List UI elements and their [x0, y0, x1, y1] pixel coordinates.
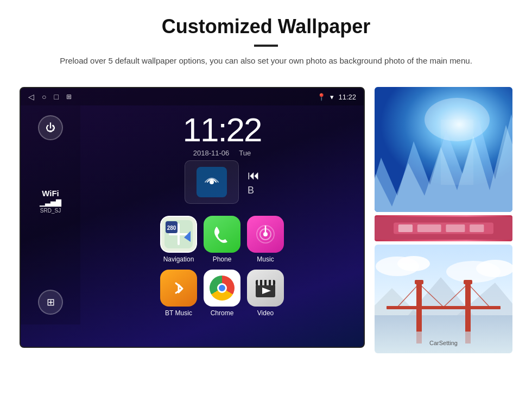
chrome-center	[217, 283, 227, 293]
navigation-icon: 280	[160, 216, 197, 253]
svg-rect-49	[416, 316, 422, 343]
wifi-label: WiFi	[40, 189, 61, 197]
svg-text:CarSetting: CarSetting	[429, 340, 458, 346]
app-music[interactable]: Music	[247, 216, 284, 263]
power-icon: ⏻	[46, 122, 55, 134]
wifi-ssid: SRD_SJ	[40, 208, 61, 214]
media-icons-row: ⏮ B	[179, 157, 265, 204]
music-icon	[255, 224, 276, 245]
svg-rect-39	[375, 315, 512, 353]
clock-date-value: 2018-11-06	[193, 149, 230, 157]
center-area: 11:22 2018-11-06 Tue	[80, 105, 364, 324]
wifi-icon: ▾	[330, 93, 334, 101]
sidebar: ⏻ WiFi ▁▃▅▇ SRD_SJ ⊞	[21, 105, 80, 324]
screenshot-icon[interactable]: ⊞	[66, 93, 72, 101]
page-header: Customized Wallpaper Preload over 5 defa…	[0, 0, 532, 77]
app-video[interactable]: Video	[247, 270, 284, 317]
svg-rect-15	[258, 280, 260, 285]
video-icon	[254, 278, 277, 298]
wallpaper-strip	[375, 215, 512, 241]
prev-icon[interactable]: ⏮	[248, 168, 259, 183]
clock-time: 11:22	[182, 113, 261, 147]
svg-rect-17	[267, 280, 269, 285]
svg-point-35	[476, 260, 512, 277]
clock-day-value: Tue	[239, 149, 251, 157]
media-icon-box	[197, 167, 227, 197]
android-screen: ◁ ○ □ ⊞ 📍 ▾ 11:22 ⏻ WiFi ▁▃▅▇	[20, 87, 365, 348]
svg-point-11	[263, 232, 268, 236]
chrome-label: Chrome	[211, 309, 234, 317]
status-bar: ◁ ○ □ ⊞ 📍 ▾ 11:22	[21, 88, 364, 105]
svg-rect-48	[464, 280, 472, 284]
svg-rect-28	[417, 224, 441, 232]
svg-text:280: 280	[167, 225, 176, 231]
wallpaper-ice-cave	[375, 87, 512, 212]
wallpaper-bridge: CarSetting	[375, 245, 512, 353]
recent-icon[interactable]: □	[54, 92, 58, 101]
svg-rect-24	[441, 120, 473, 185]
svg-rect-18	[271, 280, 273, 285]
wifi-bars-icon: ▁▃▅▇	[40, 198, 61, 207]
bluetooth-icon: B	[248, 185, 259, 196]
music-label: Music	[257, 255, 274, 263]
svg-rect-5	[178, 223, 180, 245]
page-title: Customized Wallpaper	[33, 15, 499, 38]
svg-rect-46	[387, 306, 501, 309]
location-icon: 📍	[317, 93, 326, 101]
title-divider	[254, 45, 278, 47]
phone-label: Phone	[213, 255, 232, 263]
video-label: Video	[257, 309, 274, 317]
status-left-icons: ◁ ○ □ ⊞	[28, 92, 72, 101]
app-phone[interactable]: Phone	[204, 216, 240, 263]
status-time: 11:22	[338, 93, 356, 101]
media-widget	[185, 160, 239, 204]
app-navigation[interactable]: 280 Navigation	[160, 216, 197, 263]
home-icon[interactable]: ○	[42, 92, 46, 101]
svg-rect-27	[398, 224, 413, 232]
svg-rect-47	[415, 280, 423, 284]
strip-svg	[375, 215, 512, 241]
navigation-label: Navigation	[163, 255, 194, 263]
main-content: ◁ ○ □ ⊞ 📍 ▾ 11:22 ⏻ WiFi ▁▃▅▇	[0, 77, 532, 363]
ice-cave-svg	[375, 87, 512, 212]
phone-icon	[212, 224, 232, 244]
clock-date: 2018-11-06 Tue	[193, 149, 251, 157]
chrome-wheel	[210, 276, 235, 301]
wifi-broadcast-icon	[203, 173, 220, 191]
app-chrome[interactable]: Chrome	[204, 270, 240, 317]
back-icon[interactable]: ◁	[28, 92, 34, 101]
grid-button[interactable]: ⊞	[38, 290, 63, 315]
svg-rect-29	[446, 224, 465, 232]
grid-icon: ⊞	[47, 296, 55, 308]
status-right-icons: 📍 ▾ 11:22	[317, 93, 356, 101]
svg-rect-16	[262, 280, 264, 285]
svg-rect-50	[465, 316, 471, 343]
app-bt-music[interactable]: BT Music	[160, 270, 197, 317]
page-description: Preload over 5 default wallpaper options…	[54, 54, 478, 67]
bt-music-label: BT Music	[165, 309, 192, 317]
apps-grid: 280 Navigation	[153, 208, 292, 324]
svg-point-33	[397, 256, 430, 271]
bridge-svg: CarSetting	[375, 245, 512, 353]
svg-rect-30	[470, 224, 484, 232]
wallpaper-previews: CarSetting	[375, 87, 512, 353]
power-button[interactable]: ⏻	[38, 115, 63, 140]
media-controls: ⏮ B	[248, 168, 259, 196]
screen-body: ⏻ WiFi ▁▃▅▇ SRD_SJ ⊞ 11:22 2018-11-06	[21, 105, 364, 324]
svg-point-0	[210, 180, 214, 184]
wifi-info: WiFi ▁▃▅▇ SRD_SJ	[40, 189, 61, 214]
bt-music-icon	[168, 278, 189, 298]
